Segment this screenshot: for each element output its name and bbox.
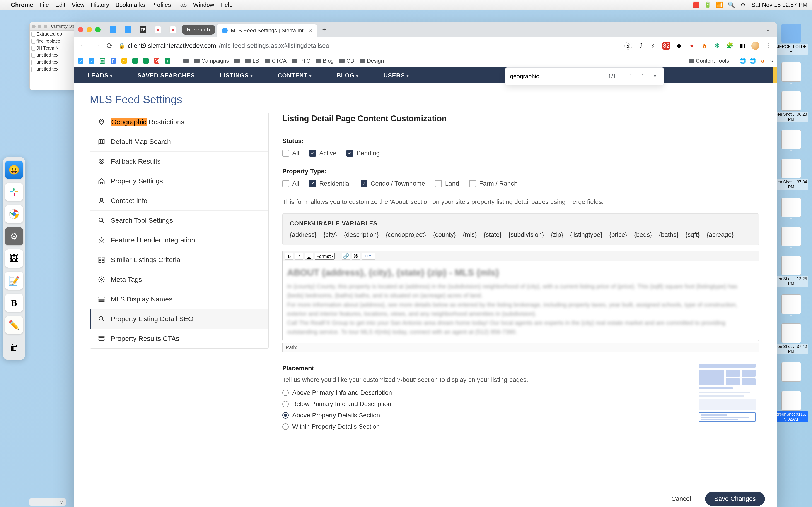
desktop-file[interactable]: een Shot …37.34 PM — [774, 159, 808, 190]
merge-variable[interactable]: {description} — [344, 231, 379, 238]
sidenav-similar-listings[interactable]: Similar Listings Criteria — [90, 250, 268, 270]
macos-menubar[interactable]: Chrome File Edit View History Bookmarks … — [0, 0, 812, 10]
menu-profiles[interactable]: Profiles — [151, 1, 171, 8]
sidenav-property-listing-detail-seo[interactable]: Property Listing Detail SEO — [90, 309, 268, 329]
cancel-button[interactable]: Cancel — [662, 492, 700, 506]
bgwin-file[interactable]: untitled tex — [30, 52, 81, 59]
ptype-farm[interactable]: Farm / Ranch — [469, 180, 518, 187]
reload-button[interactable]: ⟳ — [105, 41, 114, 50]
desktop-file[interactable]: een Shot …06.28 PM — [774, 91, 808, 122]
merge-variable[interactable]: {state} — [484, 231, 502, 238]
desktop-file[interactable]: creenShot 9115.9:32AM — [774, 391, 808, 422]
new-tab-button[interactable]: + — [320, 25, 329, 34]
sidenav-property-results-ctas[interactable]: Property Results CTAs — [90, 329, 268, 348]
bookmark[interactable]: ▦ — [100, 58, 105, 64]
nav-listings[interactable]: LISTINGS — [220, 72, 253, 79]
sidenav-mls-display-names[interactable]: MLS Display Names — [90, 289, 268, 309]
bookmark[interactable]: M — [154, 58, 159, 64]
sidenav-contact-info[interactable]: Contact Info — [90, 191, 268, 211]
ptype-land[interactable]: Land — [435, 180, 459, 187]
bookmark-star-icon[interactable]: ☆ — [650, 42, 657, 50]
desktop-file[interactable] — [781, 294, 801, 316]
menu-window[interactable]: Window — [193, 1, 214, 8]
bookmark-folder[interactable]: Design — [360, 58, 384, 64]
merge-variable[interactable]: {condoproject} — [386, 231, 426, 238]
merge-variable[interactable]: {mls} — [463, 231, 477, 238]
extensions-puzzle-icon[interactable]: 🧩 — [726, 42, 733, 50]
bgwin-file[interactable]: untitled tex — [30, 59, 81, 66]
menubar-wifi-icon[interactable]: 📶 — [716, 2, 723, 8]
desktop-file[interactable] — [781, 130, 801, 151]
bgwin-file[interactable]: find-replace — [30, 38, 81, 45]
menu-edit[interactable]: Edit — [55, 1, 65, 8]
nav-users[interactable]: USERS — [383, 72, 409, 79]
merge-variable[interactable]: {zip} — [551, 231, 563, 238]
dock-trash-icon[interactable]: 🗑 — [5, 338, 23, 356]
sidenav-fallback-results[interactable]: Fallback Results — [90, 152, 268, 171]
ptype-residential[interactable]: Residential — [309, 180, 351, 187]
bookmark[interactable]: ▯ — [111, 58, 116, 64]
bold-button[interactable]: B — [285, 253, 293, 260]
bookmark-folder[interactable]: Blog — [316, 58, 334, 64]
save-button[interactable]: Save Changes — [705, 492, 765, 506]
menu-view[interactable]: View — [72, 1, 85, 8]
pinned-tab[interactable] — [106, 24, 120, 36]
pinned-tab[interactable]: ▲ — [151, 24, 165, 36]
bookmark-folder[interactable]: Campaigns — [194, 58, 229, 64]
textedit-bottom-bar[interactable]: + ⊙ — [30, 498, 66, 506]
address-bar[interactable]: 🔒 client9.sierrainteractivedev.com/mls-f… — [118, 42, 329, 49]
pinned-tab[interactable]: ▲ — [166, 24, 180, 36]
menu-history[interactable]: History — [91, 1, 109, 8]
sidenav-property-settings[interactable]: Property Settings — [90, 171, 268, 191]
menubar-battery-icon[interactable]: 🔋 — [704, 2, 711, 8]
merge-variable[interactable]: {baths} — [659, 231, 678, 238]
bookmark[interactable]: ＋ — [143, 58, 149, 64]
dock-finder-icon[interactable]: 😀 — [5, 161, 23, 179]
bookmark[interactable]: ↗ — [78, 58, 83, 64]
menubar-datetime[interactable]: Sat Nov 18 12:57 PM — [752, 1, 807, 8]
menu-help[interactable]: Help — [220, 1, 233, 8]
merge-variable[interactable]: {sqft} — [686, 231, 700, 238]
dock-system-preferences-icon[interactable]: ⚙ — [5, 227, 23, 245]
italic-button[interactable]: I — [295, 253, 303, 260]
tab-group-label[interactable]: Research — [182, 25, 215, 35]
merge-variable[interactable]: {city} — [323, 231, 337, 238]
editor-body[interactable]: ABOUT {address}, {city}, {state} {zip} -… — [283, 262, 759, 341]
unlink-button[interactable]: ⛓ — [352, 253, 360, 260]
bookmark[interactable]: ＋ — [132, 58, 138, 64]
profile-avatar[interactable] — [751, 42, 759, 50]
active-tab[interactable]: MLS Feed Settings | Sierra Int × — [217, 24, 317, 37]
bookmark-folder[interactable]: Content Tools — [689, 58, 729, 64]
desktop-file[interactable]: een Shot …37.42 PM — [774, 324, 808, 354]
bookmark[interactable]: △ — [121, 58, 127, 64]
share-icon[interactable]: ⤴ — [637, 42, 645, 50]
menubar-app-name[interactable]: Chrome — [11, 1, 33, 8]
find-prev-button[interactable]: ˄ — [625, 73, 634, 80]
app-primary-nav[interactable]: LEADS SAVED SEARCHES LISTINGS CONTENT BL… — [74, 67, 777, 83]
status-all[interactable]: All — [282, 150, 299, 157]
status-active[interactable]: Active — [309, 150, 337, 157]
translate-icon[interactable]: 文 — [624, 42, 632, 50]
dock-notes-icon[interactable]: ✏️ — [5, 316, 23, 334]
find-close-button[interactable]: × — [651, 73, 659, 80]
extension-icon[interactable]: ◆ — [675, 42, 683, 50]
sidenav-featured-lender[interactable]: Featured Lender Integration — [90, 230, 268, 250]
desktop-file[interactable]: een Shot …13.25 PM — [774, 256, 808, 287]
merge-variable[interactable]: {listingtype} — [570, 231, 602, 238]
bookmark-folder[interactable]: CTCA — [265, 58, 287, 64]
tabs-overflow-icon[interactable]: ⌄ — [766, 26, 770, 33]
sidenav-default-map-search[interactable]: Default Map Search — [90, 132, 268, 152]
find-in-page-bar[interactable]: 1/1 ˄ ˅ × — [505, 67, 664, 85]
dock-textedit-icon[interactable]: 📝 — [5, 272, 23, 290]
underline-button[interactable]: U — [305, 253, 313, 260]
bookmark-folder[interactable]: PTC — [292, 58, 310, 64]
bgwin-settings-icon[interactable]: ⊙ — [60, 499, 63, 505]
close-tab-icon[interactable]: × — [309, 27, 312, 34]
html-button[interactable]: HTML — [362, 253, 375, 260]
sidenav-search-tool-settings[interactable]: Search Tool Settings — [90, 211, 268, 230]
pinned-tab[interactable]: TP — [136, 24, 150, 36]
back-button[interactable]: ← — [79, 41, 88, 50]
dock-preview-icon[interactable]: 🖼 — [5, 249, 23, 268]
format-select[interactable]: Format — [315, 253, 335, 260]
bookmark[interactable]: ↗ — [89, 58, 94, 64]
